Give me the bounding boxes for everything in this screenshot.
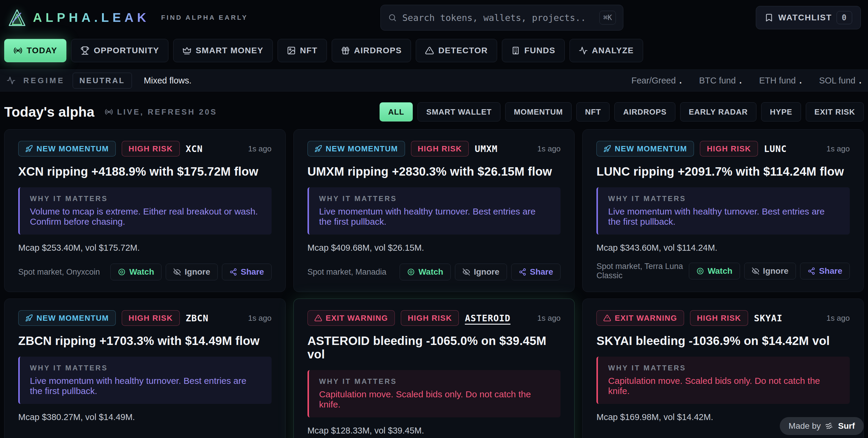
ticker[interactable]: UMXM [475,144,497,154]
rocket-icon [314,145,322,153]
ticker[interactable]: ZBCN [186,313,209,323]
category-badge: NEW MOMENTUM [18,310,116,326]
mcap-line: Mcap $409.68M, vol $26.15M. [308,243,561,253]
tab-airdrops[interactable]: AIRDROPS [332,39,411,62]
alert-card[interactable]: NEW MOMENTUM HIGH RISK LUNC 1s ago LUNC … [582,129,864,292]
eye-off-icon [752,267,760,275]
alpha-section-head: Today's alpha LIVE, REFRESH 20S ALL SMAR… [0,92,868,129]
surf-wave-icon [825,421,834,431]
tab-funds[interactable]: FUNDS [502,39,565,62]
stat-fear-greed: Fear/Greed. [631,76,682,86]
filter-early-radar[interactable]: EARLY RADAR [680,102,756,122]
card-title: ZBCN ripping +1703.3% with $14.49M flow [18,334,272,348]
signal-icon [13,46,23,55]
watchlist-count: 0 [837,11,852,24]
why-it-matters-box: WHY IT MATTERS Volume to mcap is extreme… [18,187,272,234]
category-badge: EXIT WARNING [596,310,684,326]
why-it-matters-box: WHY IT MATTERS Live momentum with health… [596,187,850,234]
brand-name: ALPHA.LEAK [33,10,150,25]
timestamp: 1s ago [248,144,272,154]
category-badge: EXIT WARNING [308,310,395,326]
watch-button[interactable]: Watch [689,263,740,279]
ignore-button[interactable]: Ignore [744,263,796,279]
filter-hype[interactable]: HYPE [761,102,801,122]
watch-button[interactable]: Watch [111,263,161,280]
mcap-line: Mcap $380.27M, vol $14.49M. [18,412,272,422]
timestamp: 1s ago [537,144,560,154]
top-header: ALPHA.LEAK FIND ALPHA EARLY ⌘K WATCHLIST… [0,0,868,35]
card-footer: Spot market, Zebec Network Watch Igno [18,436,272,438]
ignore-button[interactable]: Ignore [166,263,218,280]
why-label: WHY IT MATTERS [608,364,840,372]
tab-smart-money[interactable]: SMART MONEY [173,39,273,62]
share-icon [519,268,526,276]
global-search[interactable]: ⌘K [380,5,623,31]
why-it-matters-box: WHY IT MATTERS Live momentum with health… [18,356,272,404]
building-icon [511,46,520,55]
share-button[interactable]: Share [800,263,850,279]
live-indicator: LIVE, REFRESH 20S [105,107,217,117]
eye-off-icon [173,268,181,276]
watchlist-button[interactable]: WATCHLIST 0 [756,6,861,29]
ignore-button[interactable]: Ignore [455,263,507,280]
made-by-brand: Surf [838,421,855,431]
rocket-icon [25,314,33,322]
alert-triangle-icon [314,314,322,322]
card-actions: Watch Ignore Share [400,263,560,280]
ticker[interactable]: LUNC [764,144,787,154]
tab-nft[interactable]: NFT [278,39,327,62]
alert-card[interactable]: NEW MOMENTUM HIGH RISK XCN 1s ago XCN ri… [4,129,286,292]
share-icon [229,268,237,276]
share-button[interactable]: Share [222,263,272,280]
risk-badge: HIGH RISK [122,310,180,326]
why-label: WHY IT MATTERS [30,194,261,203]
source-label: Spot market, Manadia [308,268,386,277]
ticker[interactable]: XCN [186,144,203,154]
why-text: Live momentum with healthy turnover. Bes… [30,376,261,396]
tab-detector[interactable]: DETECTOR [416,39,497,62]
tab-opportunity[interactable]: OPPORTUNITY [71,39,168,62]
ticker[interactable]: SKYAI [754,313,782,323]
filter-airdrops[interactable]: AIRDROPS [614,102,675,122]
alert-triangle-icon [425,46,434,55]
ticker[interactable]: ASTEROID [465,313,510,323]
target-icon [696,267,704,275]
tab-label: TODAY [27,46,57,55]
filter-nft[interactable]: NFT [577,102,610,122]
stat-btc-funding: BTC fund. [699,76,742,86]
why-it-matters-box: WHY IT MATTERS Capitulation move. Scaled… [596,356,850,404]
regime-stats: Fear/Greed. BTC fund. ETH fund. SOL fund… [631,76,861,86]
risk-badge: HIGH RISK [122,141,180,156]
alert-card[interactable]: NEW MOMENTUM HIGH RISK UMXM 1s ago UMXM … [293,129,575,292]
tab-analyze[interactable]: ANALYZE [569,39,643,62]
brand-tagline: FIND ALPHA EARLY [161,14,248,22]
card-title: ASTEROID bleeding -1065.0% on $39.45M vo… [308,334,561,361]
eye-off-icon [462,268,470,276]
filter-smart-wallet[interactable]: SMART WALLET [417,102,500,122]
card-footer: Spot market, Asteroid Shiba Watch Ign [308,436,561,438]
alert-triangle-icon [603,314,611,322]
card-title: SKYAI bleeding -1036.9% on $14.42M vol [596,334,850,348]
card-title: UMXM ripping +2830.3% with $26.15M flow [308,165,561,178]
live-label: LIVE, REFRESH 20S [117,107,217,117]
share-button[interactable]: Share [511,263,561,280]
alert-card[interactable]: EXIT WARNING HIGH RISK ASTEROID 1s ago A… [293,299,575,438]
card-header: NEW MOMENTUM HIGH RISK XCN 1s ago [18,141,272,156]
why-label: WHY IT MATTERS [30,364,261,372]
tab-label: ANALYZE [592,46,634,55]
risk-badge: HIGH RISK [690,310,748,326]
card-actions: Watch Ignore Share [111,263,271,280]
watch-button[interactable]: Watch [400,263,451,280]
search-input[interactable] [402,12,594,23]
cards-grid: NEW MOMENTUM HIGH RISK XCN 1s ago XCN ri… [0,129,868,438]
why-text: Capitulation move. Scaled bids only. Do … [608,376,840,396]
filter-exit-risk[interactable]: EXIT RISK [806,102,864,122]
category-badge: NEW MOMENTUM [596,141,694,156]
alert-card[interactable]: NEW MOMENTUM HIGH RISK ZBCN 1s ago ZBCN … [4,299,286,438]
filter-all[interactable]: ALL [379,102,413,122]
tab-today[interactable]: TODAY [4,39,66,62]
filter-momentum[interactable]: MOMENTUM [505,102,571,122]
signal-icon [105,108,113,116]
bookmark-icon [765,13,773,22]
made-by-badge[interactable]: Made by Surf [780,417,864,435]
